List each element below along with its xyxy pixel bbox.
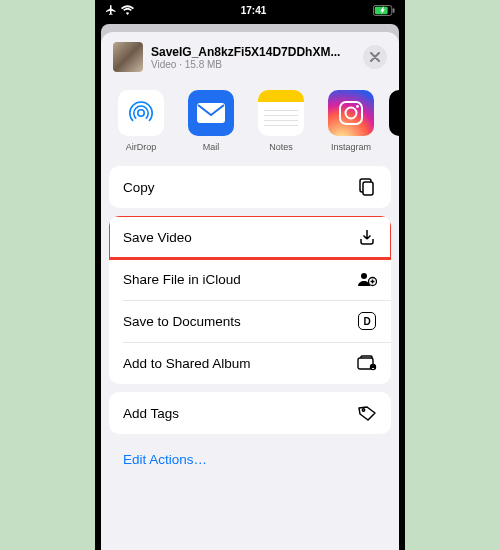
app-label: Instagram <box>331 142 371 152</box>
action-save-documents[interactable]: Save to Documents D <box>109 300 391 342</box>
airplane-icon <box>105 4 117 16</box>
actions-list: Copy Save Video Share File in iCloud <box>101 166 399 487</box>
svg-point-9 <box>361 273 367 279</box>
app-label: Mail <box>203 142 220 152</box>
status-time: 17:41 <box>241 5 267 16</box>
action-label: Add Tags <box>123 406 179 421</box>
action-share-icloud[interactable]: Share File in iCloud <box>109 258 391 300</box>
svg-rect-2 <box>393 8 395 13</box>
action-label: Add to Shared Album <box>123 356 251 371</box>
close-icon <box>370 52 380 62</box>
file-thumbnail <box>113 42 143 72</box>
svg-rect-8 <box>363 182 373 195</box>
mail-icon <box>197 103 225 123</box>
file-header: SaveIG_An8kzFi5X14D7DDhXM... Video · 15.… <box>101 32 399 80</box>
action-copy[interactable]: Copy <box>109 166 391 208</box>
share-apps-row: AirDrop Mail Notes <box>101 80 399 166</box>
status-bar: 17:41 <box>95 0 405 20</box>
close-button[interactable] <box>363 45 387 69</box>
notes-icon <box>258 90 304 136</box>
app-more[interactable] <box>395 90 399 152</box>
action-label: Share File in iCloud <box>123 272 241 287</box>
svg-point-13 <box>372 365 374 367</box>
svg-rect-4 <box>197 103 225 123</box>
phone-screen: 17:41 SaveIG_An8kzFi5X14D7DDhXM... Video… <box>95 0 405 550</box>
file-meta: Video · 15.8 MB <box>151 59 355 70</box>
action-add-shared-album[interactable]: Add to Shared Album <box>109 342 391 384</box>
battery-icon <box>373 5 395 16</box>
action-label: Save to Documents <box>123 314 241 329</box>
app-notes[interactable]: Notes <box>255 90 307 152</box>
app-instagram[interactable]: Instagram <box>325 90 377 152</box>
action-save-video[interactable]: Save Video <box>109 216 391 258</box>
app-mail[interactable]: Mail <box>185 90 237 152</box>
tag-icon <box>357 403 377 423</box>
svg-point-6 <box>346 108 357 119</box>
svg-point-14 <box>362 409 364 411</box>
action-add-tags[interactable]: Add Tags <box>109 392 391 434</box>
action-label: Copy <box>123 180 155 195</box>
copy-icon <box>357 177 377 197</box>
documents-app-icon: D <box>357 311 377 331</box>
shared-album-icon <box>357 353 377 373</box>
edit-actions-link[interactable]: Edit Actions… <box>109 442 391 487</box>
svg-rect-5 <box>340 102 362 124</box>
svg-point-7 <box>356 105 359 108</box>
share-sheet: SaveIG_An8kzFi5X14D7DDhXM... Video · 15.… <box>101 32 399 550</box>
svg-point-3 <box>138 110 144 116</box>
wifi-icon <box>121 5 134 15</box>
icloud-share-icon <box>357 269 377 289</box>
download-icon <box>357 227 377 247</box>
app-label: AirDrop <box>126 142 157 152</box>
action-label: Save Video <box>123 230 192 245</box>
airdrop-icon <box>125 97 157 129</box>
instagram-icon <box>337 99 365 127</box>
app-label: Notes <box>269 142 293 152</box>
file-name: SaveIG_An8kzFi5X14D7DDhXM... <box>151 45 355 59</box>
app-airdrop[interactable]: AirDrop <box>115 90 167 152</box>
